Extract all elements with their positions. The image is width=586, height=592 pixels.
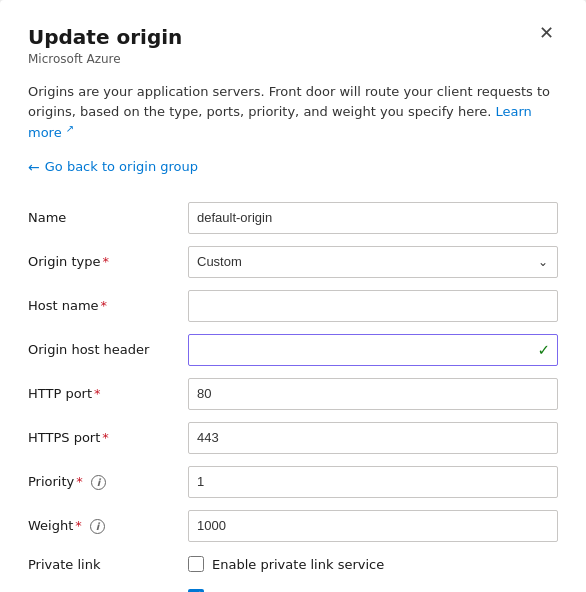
origin-type-input-cell: Custom App Services Azure Blob Storage A… bbox=[188, 243, 558, 281]
weight-required: * bbox=[75, 518, 82, 533]
status-label: Status bbox=[28, 584, 188, 592]
back-to-origin-group-link[interactable]: ← Go back to origin group bbox=[28, 159, 198, 175]
https-port-input-cell bbox=[188, 419, 558, 457]
https-port-input[interactable] bbox=[188, 422, 558, 454]
host-name-input-cell bbox=[188, 287, 558, 325]
private-link-input-cell: Enable private link service bbox=[188, 551, 558, 578]
http-port-label: HTTP port* bbox=[28, 375, 188, 413]
origin-host-header-wrapper: ✓ bbox=[188, 334, 558, 366]
form-table: Name Origin type* Custom App Services Az… bbox=[28, 193, 558, 592]
status-row: Status Enable this origin bbox=[28, 584, 558, 592]
host-name-input[interactable] bbox=[188, 290, 558, 322]
name-input-cell bbox=[188, 199, 558, 237]
name-label: Name bbox=[28, 199, 188, 237]
http-port-row: HTTP port* bbox=[28, 375, 558, 413]
name-row: Name bbox=[28, 199, 558, 237]
private-link-row: Private link Enable private link service bbox=[28, 551, 558, 578]
origin-type-select[interactable]: Custom App Services Azure Blob Storage A… bbox=[188, 246, 558, 278]
origin-host-header-input-cell: ✓ bbox=[188, 331, 558, 369]
description-text: Origins are your application servers. Fr… bbox=[28, 82, 558, 143]
host-name-row: Host name* bbox=[28, 287, 558, 325]
host-name-required: * bbox=[101, 298, 108, 313]
origin-host-header-input[interactable] bbox=[188, 334, 558, 366]
external-link-icon: ↗ bbox=[66, 123, 74, 134]
origin-host-header-row: Origin host header ✓ bbox=[28, 331, 558, 369]
priority-label: Priority* i bbox=[28, 463, 188, 501]
status-input-cell: Enable this origin bbox=[188, 584, 558, 592]
http-port-input[interactable] bbox=[188, 378, 558, 410]
name-input[interactable] bbox=[188, 202, 558, 234]
back-arrow-icon: ← bbox=[28, 159, 40, 175]
priority-required: * bbox=[76, 474, 83, 489]
http-port-required: * bbox=[94, 386, 101, 401]
origin-host-header-label: Origin host header bbox=[28, 331, 188, 369]
private-link-label: Private link bbox=[28, 551, 188, 578]
origin-type-row: Origin type* Custom App Services Azure B… bbox=[28, 243, 558, 281]
host-name-container bbox=[188, 290, 558, 322]
dialog-header: Update origin Microsoft Azure ✕ bbox=[28, 24, 558, 80]
weight-info-icon[interactable]: i bbox=[90, 519, 105, 534]
https-port-row: HTTPS port* bbox=[28, 419, 558, 457]
private-link-checkbox-row: Enable private link service bbox=[188, 556, 558, 572]
https-port-label: HTTPS port* bbox=[28, 419, 188, 457]
private-link-checkbox[interactable] bbox=[188, 556, 204, 572]
private-link-checkbox-label: Enable private link service bbox=[212, 557, 384, 572]
priority-input[interactable] bbox=[188, 466, 558, 498]
title-group: Update origin Microsoft Azure bbox=[28, 24, 182, 80]
update-origin-dialog: Update origin Microsoft Azure ✕ Origins … bbox=[0, 0, 586, 592]
close-button[interactable]: ✕ bbox=[535, 22, 558, 44]
origin-type-select-wrapper: Custom App Services Azure Blob Storage A… bbox=[188, 246, 558, 278]
http-port-input-cell bbox=[188, 375, 558, 413]
weight-input[interactable] bbox=[188, 510, 558, 542]
priority-input-cell bbox=[188, 463, 558, 501]
weight-label: Weight* i bbox=[28, 507, 188, 545]
host-name-label: Host name* bbox=[28, 287, 188, 325]
weight-row: Weight* i bbox=[28, 507, 558, 545]
origin-type-label: Origin type* bbox=[28, 243, 188, 281]
weight-input-cell bbox=[188, 507, 558, 545]
dialog-subtitle: Microsoft Azure bbox=[28, 52, 182, 66]
priority-row: Priority* i bbox=[28, 463, 558, 501]
priority-info-icon[interactable]: i bbox=[91, 475, 106, 490]
origin-type-required: * bbox=[102, 254, 109, 269]
https-port-required: * bbox=[102, 430, 109, 445]
dialog-title: Update origin bbox=[28, 24, 182, 50]
